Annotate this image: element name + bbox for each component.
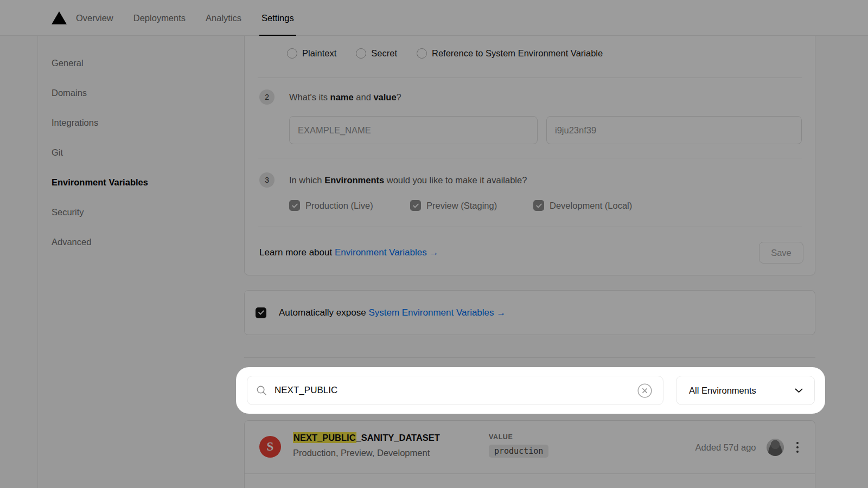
tab-overview[interactable]: Overview (76, 0, 113, 36)
added-timestamp: Added 57d ago (695, 442, 756, 453)
environment-filter-dropdown[interactable]: All Environments (676, 376, 815, 405)
sidebar-item-advanced[interactable]: Advanced (52, 227, 148, 257)
checked-checkbox-icon (533, 200, 544, 211)
env-name-input[interactable] (289, 116, 538, 144)
step-3-question: In which Environments would you like to … (289, 172, 527, 188)
clear-search-button[interactable] (637, 383, 652, 398)
env-var-type-options: Plaintext Secret Reference to System Env… (287, 48, 603, 59)
app-window: Overview Deployments Analytics Settings … (0, 0, 868, 488)
chevron-down-icon (795, 388, 803, 393)
radio-system-reference[interactable]: Reference to System Environment Variable (417, 48, 603, 59)
env-var-list-card: S NEXT_PUBLIC_SANITY_DATASET Production,… (244, 420, 815, 488)
search-icon (256, 385, 267, 396)
divider (258, 78, 802, 78)
radio-plaintext[interactable]: Plaintext (287, 48, 336, 59)
kebab-dot (796, 451, 799, 453)
checked-checkbox-icon (289, 200, 300, 211)
search-match-highlight: NEXT_PUBLIC (293, 432, 356, 443)
nav-tabs: Overview Deployments Analytics Settings (76, 0, 294, 36)
search-input[interactable] (275, 385, 637, 396)
vercel-logo-icon[interactable] (52, 11, 67, 24)
system-env-vars-link[interactable]: System Environment Variables → (368, 307, 506, 318)
sidebar-item-environment-variables[interactable]: Environment Variables (52, 168, 148, 197)
sidebar-item-integrations[interactable]: Integrations (52, 108, 148, 138)
environment-variables-docs-link[interactable]: Environment Variables → (335, 247, 439, 258)
env-value-input[interactable] (546, 116, 802, 144)
env-var-row-meta: Added 57d ago (695, 421, 801, 474)
env-var-row: S NEXT_PUBLIC_SANITY_DATASET Production,… (245, 421, 815, 474)
env-var-search-box (247, 376, 663, 405)
radio-icon (356, 48, 366, 59)
auto-expose-label: Automatically expose System Environment … (279, 307, 506, 318)
checkbox-production[interactable]: Production (Live) (289, 200, 373, 211)
content-left-rule (37, 36, 38, 488)
divider (258, 227, 802, 227)
save-button[interactable]: Save (759, 242, 803, 264)
env-var-environments: Production, Preview, Development (293, 448, 430, 458)
settings-sidebar: General Domains Integrations Git Environ… (52, 48, 148, 257)
checkbox-preview[interactable]: Preview (Staging) (410, 200, 497, 211)
tab-settings[interactable]: Settings (261, 0, 294, 36)
avatar (767, 439, 784, 456)
tab-deployments[interactable]: Deployments (133, 0, 186, 36)
name-value-inputs (289, 116, 802, 144)
auto-expose-card: Automatically expose System Environment … (244, 290, 815, 335)
learn-more-text: Learn more about Environment Variables → (259, 245, 438, 260)
value-label: VALUE (489, 433, 548, 441)
tab-analytics[interactable]: Analytics (206, 0, 241, 36)
env-var-value-column: VALUE production (489, 433, 548, 458)
divider (258, 158, 802, 158)
radio-icon (287, 48, 297, 59)
radio-icon (417, 48, 427, 59)
section-divider (244, 357, 815, 358)
row-actions-menu-button[interactable] (794, 440, 801, 455)
top-nav: Overview Deployments Analytics Settings (0, 0, 868, 36)
step-3-badge: 3 (259, 172, 275, 188)
clear-circle-x-icon (637, 383, 652, 398)
step-2-question: What's its name and value? (289, 89, 401, 105)
sanity-integration-icon: S (259, 436, 281, 458)
checkbox-development[interactable]: Development (Local) (533, 200, 632, 211)
checked-checkbox-icon (410, 200, 421, 211)
sidebar-item-general[interactable]: General (52, 48, 148, 78)
sidebar-item-git[interactable]: Git (52, 138, 148, 168)
add-env-var-card: Plaintext Secret Reference to System Env… (244, 15, 815, 275)
kebab-dot (796, 446, 799, 449)
step-2-badge: 2 (259, 89, 275, 105)
auto-expose-checkbox[interactable] (256, 307, 266, 318)
env-var-value-chip: production (489, 445, 548, 458)
sidebar-item-security[interactable]: Security (52, 197, 148, 227)
radio-secret[interactable]: Secret (356, 48, 397, 59)
sidebar-item-domains[interactable]: Domains (52, 78, 148, 108)
env-var-name: NEXT_PUBLIC_SANITY_DATASET (293, 433, 440, 443)
kebab-dot (796, 442, 799, 445)
